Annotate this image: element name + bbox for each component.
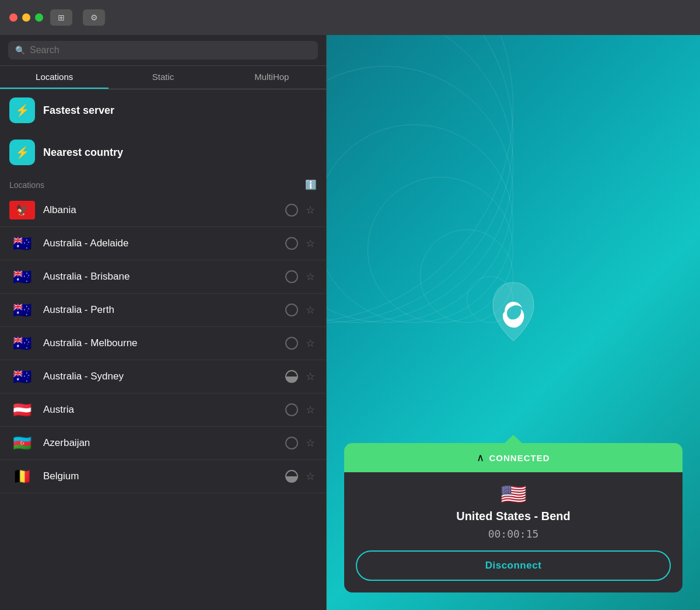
radio-button[interactable] (285, 204, 298, 217)
window-layout-button[interactable]: ⊞ (50, 9, 72, 26)
star-button[interactable]: ☆ (304, 370, 317, 383)
search-bar: 🔍 (0, 35, 326, 66)
location-name: Azerbaijan (43, 437, 277, 449)
settings-button[interactable]: ⚙ (83, 9, 105, 26)
list-item[interactable]: 🇦🇺 Australia - Sydney ☆ (0, 360, 326, 393)
australia-flag: 🇦🇺 (9, 301, 35, 319)
star-button[interactable]: ☆ (304, 237, 317, 250)
albania-flag: 🦅 (9, 201, 35, 219)
main-layout: 🔍 Locations Static MultiHop ⚡ Fastest se… (0, 35, 700, 610)
info-icon[interactable]: ℹ️ (305, 179, 317, 190)
radio-button[interactable] (285, 470, 298, 483)
connected-country-flag: 🇺🇸 (501, 484, 527, 505)
disconnect-button[interactable]: Disconnect (356, 550, 671, 581)
location-actions: ☆ (285, 470, 317, 483)
nearest-country-label: Nearest country (43, 147, 123, 159)
australia-flag: 🇦🇺 (9, 267, 35, 286)
section-title: Locations (9, 180, 44, 190)
list-item[interactable]: 🇦🇿 Azerbaijan ☆ (0, 427, 326, 460)
minimize-button[interactable] (22, 13, 30, 22)
location-name: Australia - Sydney (43, 371, 277, 382)
list-item[interactable]: 🇦🇹 Austria ☆ (0, 393, 326, 427)
star-button[interactable]: ☆ (304, 403, 317, 416)
nearest-country-item[interactable]: ⚡ Nearest country (0, 131, 326, 173)
maximize-button[interactable] (35, 13, 43, 22)
location-actions: ☆ (285, 237, 317, 250)
connection-details: 🇺🇸 United States - Bend 00:00:15 Disconn… (344, 472, 682, 592)
right-panel: ∧ CONNECTED 🇺🇸 United States - Bend 00:0… (327, 35, 700, 610)
list-item[interactable]: 🇦🇺 Australia - Brisbane ☆ (0, 260, 326, 294)
location-name: Belgium (43, 470, 277, 482)
location-name: Albania (43, 204, 277, 216)
traffic-lights (9, 13, 43, 22)
tab-locations[interactable]: Locations (0, 66, 108, 89)
location-actions: ☆ (285, 437, 317, 449)
australia-flag: 🇦🇺 (9, 334, 35, 353)
location-list: 🦅 Albania ☆ 🇦🇺 Australia - Adelaide ☆ 🇦🇺 (0, 194, 326, 610)
location-actions: ☆ (285, 370, 317, 383)
fastest-server-icon: ⚡ (9, 97, 35, 123)
list-item[interactable]: 🇦🇺 Australia - Adelaide ☆ (0, 227, 326, 260)
fastest-server-label: Fastest server (43, 104, 114, 117)
logo-container (487, 279, 540, 346)
location-name: Australia - Perth (43, 304, 277, 316)
location-name: Austria (43, 404, 277, 416)
chevron-up-icon (505, 435, 522, 443)
location-name: Australia - Adelaide (43, 238, 277, 249)
list-item[interactable]: 🇧🇪 Belgium ☆ (0, 460, 326, 493)
location-name: Australia - Brisbane (43, 271, 277, 283)
connected-banner: ∧ CONNECTED (344, 443, 682, 472)
titlebar: ⊞ ⚙ (0, 0, 700, 35)
star-button[interactable]: ☆ (304, 337, 317, 350)
star-button[interactable]: ☆ (304, 437, 317, 449)
location-actions: ☆ (285, 337, 317, 350)
radio-button[interactable] (285, 270, 298, 283)
fastest-server-item[interactable]: ⚡ Fastest server (0, 89, 326, 131)
radio-button[interactable] (285, 437, 298, 449)
connection-status: CONNECTED (489, 453, 550, 463)
nearest-country-icon: ⚡ (9, 140, 35, 165)
radio-button[interactable] (285, 370, 298, 383)
search-icon: 🔍 (15, 46, 25, 55)
connected-area: ∧ CONNECTED 🇺🇸 United States - Bend 00:0… (327, 443, 700, 610)
list-item[interactable]: 🇦🇺 Australia - Perth ☆ (0, 294, 326, 327)
location-actions: ☆ (285, 270, 317, 283)
radio-button[interactable] (285, 337, 298, 350)
radio-button[interactable] (285, 403, 298, 416)
list-item[interactable]: 🦅 Albania ☆ (0, 194, 326, 227)
star-button[interactable]: ☆ (304, 204, 317, 217)
star-button[interactable]: ☆ (304, 304, 317, 316)
azerbaijan-flag: 🇦🇿 (9, 434, 35, 452)
location-actions: ☆ (285, 204, 317, 217)
location-name: Australia - Melbourne (43, 337, 277, 349)
tab-multihop[interactable]: MultiHop (218, 66, 326, 89)
surfshark-logo (487, 279, 540, 343)
tab-static[interactable]: Static (108, 66, 217, 89)
star-button[interactable]: ☆ (304, 470, 317, 483)
radio-button[interactable] (285, 237, 298, 250)
left-panel: 🔍 Locations Static MultiHop ⚡ Fastest se… (0, 35, 327, 610)
tab-bar: Locations Static MultiHop (0, 66, 326, 89)
location-actions: ☆ (285, 403, 317, 416)
connected-country-name: United States - Bend (456, 510, 570, 523)
austria-flag: 🇦🇹 (9, 400, 35, 419)
list-item[interactable]: 🇦🇺 Australia - Melbourne ☆ (0, 327, 326, 360)
connection-timer: 00:00:15 (488, 528, 539, 540)
search-input[interactable] (30, 45, 311, 55)
australia-flag: 🇦🇺 (9, 367, 35, 386)
belgium-flag: 🇧🇪 (9, 467, 35, 486)
location-actions: ☆ (285, 304, 317, 316)
australia-flag: 🇦🇺 (9, 234, 35, 253)
radio-button[interactable] (285, 304, 298, 316)
star-button[interactable]: ☆ (304, 270, 317, 283)
search-wrapper[interactable]: 🔍 (8, 41, 318, 60)
close-button[interactable] (9, 13, 18, 22)
section-header: Locations ℹ️ (0, 173, 326, 194)
